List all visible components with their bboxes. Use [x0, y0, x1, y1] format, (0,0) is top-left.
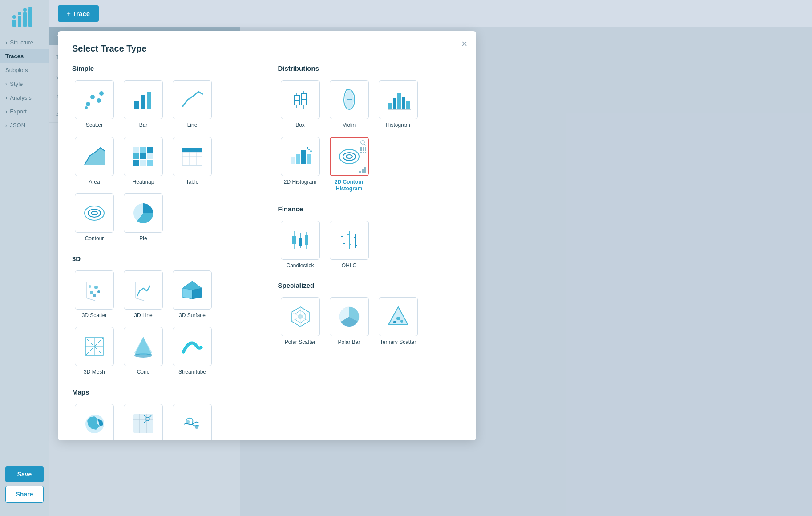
choropleth-icon-box	[75, 404, 114, 440]
histogram2d-label: 2D Histogram	[284, 179, 316, 186]
sidebar-item-json[interactable]: › JSON	[0, 118, 49, 132]
finance-title: Finance	[278, 205, 462, 213]
svg-point-35	[85, 206, 104, 220]
svg-point-42	[90, 291, 93, 294]
3d-grid: 3D Scatter	[72, 269, 256, 378]
svg-point-96	[343, 153, 356, 161]
trace-item-mesh3d[interactable]: 3D Mesh	[72, 325, 117, 378]
trace-item-heatmap[interactable]: Heatmap	[121, 135, 166, 188]
svg-rect-88	[291, 157, 295, 164]
trace-item-polarscatter[interactable]: Polar Scatter	[278, 295, 323, 348]
svg-rect-3	[28, 9, 32, 27]
histogram2dcontour-label: 2D Contour Histogram	[329, 179, 370, 193]
trace-item-candlestick[interactable]: Candlestick	[278, 219, 323, 271]
trace-item-bar[interactable]: Bar	[121, 78, 166, 131]
trace-item-box[interactable]: Box	[278, 78, 323, 131]
svg-rect-85	[402, 97, 405, 109]
svg-point-136	[393, 321, 396, 323]
cone-icon-box	[124, 327, 163, 366]
modal-close-button[interactable]: ×	[461, 39, 467, 49]
contour-label: Contour	[85, 235, 104, 242]
pie-label: Pie	[139, 235, 147, 242]
save-button[interactable]: Save	[5, 466, 44, 482]
sidebar-item-structure[interactable]: › Structure	[0, 36, 49, 49]
bar-label: Bar	[139, 122, 148, 129]
trace-item-histogram2dcontour[interactable]: 2D Contour Histogram	[327, 135, 372, 194]
svg-point-45	[89, 285, 91, 288]
topbar: + Trace	[49, 0, 812, 27]
trace-item-contour[interactable]: Contour	[72, 192, 117, 244]
polarbar-icon-box	[330, 297, 369, 336]
sidebar-item-traces[interactable]: Traces	[0, 49, 49, 63]
svg-rect-26	[140, 160, 146, 166]
line-icon-box	[173, 80, 212, 119]
trace-item-surface3d[interactable]: 3D Surface	[170, 269, 214, 321]
trace-item-ternaryscatter[interactable]: Ternary Scatter	[376, 295, 420, 348]
add-trace-button[interactable]: + Trace	[58, 5, 99, 22]
trace-item-cone[interactable]: Cone	[121, 325, 166, 378]
sidebar-item-analysis[interactable]: › Analysis	[0, 91, 49, 105]
svg-rect-25	[133, 160, 139, 166]
trace-item-ohlc[interactable]: OHLC	[327, 219, 372, 271]
svg-marker-18	[85, 148, 105, 165]
sidebar-item-subplots[interactable]: Subplots	[0, 63, 49, 77]
svg-marker-61	[134, 337, 152, 355]
streamtube-icon-box	[173, 327, 212, 366]
line3d-icon-box	[124, 270, 163, 310]
svg-point-43	[94, 286, 98, 289]
trace-item-scatter[interactable]: Scatter	[72, 78, 117, 131]
trace-item-table[interactable]: Table	[170, 135, 214, 188]
svg-rect-0	[12, 20, 16, 27]
svg-rect-34	[182, 152, 202, 165]
svg-rect-24	[147, 153, 153, 159]
histogram-label: Histogram	[386, 122, 410, 129]
polarbar-label: Polar Bar	[338, 339, 360, 346]
scatter3d-label: 3D Scatter	[82, 312, 107, 319]
trace-item-violin[interactable]: Violin	[327, 78, 372, 131]
simple-title: Simple	[72, 64, 256, 72]
svg-point-97	[346, 155, 352, 158]
logo	[11, 4, 38, 27]
trace-item-line3d[interactable]: 3D Line	[121, 269, 166, 321]
svg-point-36	[88, 209, 101, 217]
scatter3d-icon-box	[75, 270, 114, 310]
svg-rect-104	[363, 149, 364, 151]
svg-point-13	[99, 91, 104, 96]
svg-point-72	[195, 425, 198, 429]
trace-item-histogram[interactable]: Histogram	[376, 78, 420, 131]
sidebar-item-style[interactable]: › Style	[0, 77, 49, 91]
svg-rect-109	[359, 171, 361, 173]
area-label: Area	[89, 179, 100, 186]
section-finance: Finance	[278, 205, 462, 271]
trace-item-satellitemap[interactable]: Satellite Map	[121, 402, 166, 440]
trace-item-polarbar[interactable]: Polar Bar	[327, 295, 372, 348]
trace-item-area[interactable]: Area	[72, 135, 117, 188]
3d-title: 3D	[72, 255, 256, 262]
svg-rect-115	[299, 238, 302, 246]
trace-item-scatter3d[interactable]: 3D Scatter	[72, 269, 117, 321]
distributions-grid: Box	[278, 78, 462, 194]
col-simple-3d-maps: Simple	[72, 64, 267, 440]
trace-item-atlasmap[interactable]: Atlas Map	[170, 402, 214, 440]
heatmap-label: Heatmap	[133, 179, 154, 186]
svg-marker-52	[182, 288, 192, 299]
svg-point-37	[91, 211, 97, 215]
trace-item-pie[interactable]: Pie	[121, 192, 166, 244]
svg-rect-91	[307, 154, 311, 164]
sidebar-item-export[interactable]: › Export	[0, 105, 49, 118]
violin-icon-box	[330, 80, 369, 119]
trace-item-streamtube[interactable]: Streamtube	[170, 325, 214, 378]
svg-rect-102	[365, 147, 366, 149]
select-trace-modal: Select Trace Type × Simple	[58, 31, 476, 440]
trace-item-histogram2d[interactable]: 2D Histogram	[278, 135, 323, 194]
cone-label: Cone	[137, 369, 150, 376]
svg-point-94	[310, 150, 312, 152]
chevron-icon: ›	[5, 108, 7, 115]
trace-item-choropleth[interactable]: Choropleth	[72, 402, 117, 440]
maps-title: Maps	[72, 388, 256, 396]
svg-rect-22	[133, 153, 139, 159]
svg-rect-111	[364, 167, 366, 173]
trace-item-line[interactable]: Line	[170, 78, 214, 131]
svg-rect-16	[141, 95, 145, 109]
share-button[interactable]: Share	[5, 486, 44, 503]
